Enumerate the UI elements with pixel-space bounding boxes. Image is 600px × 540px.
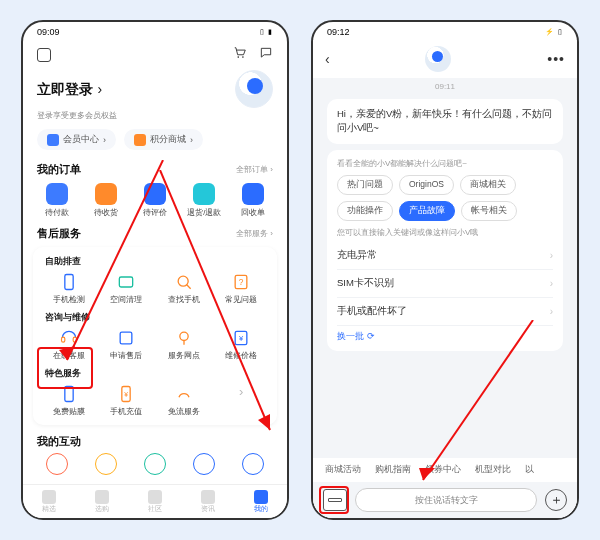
voice-input[interactable]: 按住说话转文字 <box>355 488 537 512</box>
chevron-right-icon: › <box>550 306 553 317</box>
status-bar: 09:09 ▯ ▮ <box>23 22 287 40</box>
phone-recharge[interactable]: ¥手机充值 <box>99 384 155 417</box>
diamond-icon <box>47 134 59 146</box>
apply-aftersale[interactable]: 申请售后 <box>99 328 155 361</box>
space-clean[interactable]: 空间清理 <box>99 272 155 305</box>
points-mall-pill[interactable]: 积分商城 › <box>124 129 203 150</box>
quick-tabs: 商城活动 购机指南 领券中心 机型对比 以 <box>313 458 577 482</box>
svg-text:?: ? <box>239 277 244 287</box>
status-time: 09:12 <box>327 27 350 37</box>
order-pending-pay[interactable]: 待付款 <box>33 183 80 218</box>
chevron-right-icon: › <box>550 278 553 289</box>
people-icon <box>148 490 162 504</box>
login-title: 立即登录 <box>37 81 93 97</box>
bot-avatar[interactable] <box>425 46 451 72</box>
news-icon <box>201 490 215 504</box>
find-phone[interactable]: 查找手机 <box>156 272 212 305</box>
tab-mall-activity[interactable]: 商城活动 <box>325 464 361 476</box>
nav-mine[interactable]: 我的 <box>254 490 268 514</box>
interact-1[interactable] <box>46 453 68 475</box>
tab-compare[interactable]: 机型对比 <box>475 464 511 476</box>
chip-row: 热门问题 OriginOS 商城相关 功能操作 产品故障 帐号相关 <box>337 175 553 221</box>
refresh-batch[interactable]: 换一批⟳ <box>337 330 553 343</box>
free-film[interactable]: 免费贴膜 <box>41 384 97 417</box>
chevron-right-icon: › <box>239 384 243 399</box>
nav-shop[interactable]: 选购 <box>95 490 109 514</box>
chip-hot[interactable]: 热门问题 <box>337 175 393 195</box>
capability-panel: 看看全能的小V都能解决什么问题吧~ 热门问题 OriginOS 商城相关 功能操… <box>327 150 563 351</box>
svg-point-0 <box>237 56 239 58</box>
service-points[interactable]: 服务网点 <box>156 328 212 361</box>
aftersale-card: 自助排查 手机检测 空间清理 查找手机 ?常见问题 咨询与维修 在线客服 申请售… <box>33 247 277 425</box>
tab-more[interactable]: 以 <box>525 464 534 476</box>
repair-price[interactable]: ¥维修价格 <box>214 328 270 361</box>
member-center-pill[interactable]: 会员中心 › <box>37 129 116 150</box>
aftersale-more[interactable]: 全部服务 › <box>236 228 273 239</box>
faq-sim[interactable]: SIM卡不识别› <box>337 270 553 298</box>
svg-rect-3 <box>120 277 133 287</box>
tab-buy-guide[interactable]: 购机指南 <box>375 464 411 476</box>
chat-bubble-icon[interactable] <box>259 46 273 64</box>
chip-originos[interactable]: OriginOS <box>399 175 454 195</box>
keyboard-icon <box>328 498 342 502</box>
avatar[interactable] <box>235 70 273 108</box>
free-data[interactable]: 免流服务 <box>156 384 212 417</box>
coin-icon <box>134 134 146 146</box>
chevron-right-icon: › <box>97 81 102 97</box>
aftersale-title: 售后服务 <box>37 226 81 241</box>
interact-2[interactable] <box>95 453 117 475</box>
interact-3[interactable] <box>144 453 166 475</box>
consult-title: 咨询与维修 <box>37 309 273 328</box>
nav-news[interactable]: 资讯 <box>201 490 215 514</box>
person-icon <box>254 490 268 504</box>
recycle-icon <box>242 183 264 205</box>
order-pending-review[interactable]: 待评价 <box>131 183 178 218</box>
interact-5[interactable] <box>242 453 264 475</box>
nav-featured[interactable]: 精选 <box>42 490 56 514</box>
feature-more[interactable]: › <box>214 384 270 417</box>
chip-mall[interactable]: 商城相关 <box>460 175 516 195</box>
chip-account[interactable]: 帐号相关 <box>461 201 517 221</box>
left-phone: 09:09 ▯ ▮ 立即登录 › 登录享受更多会员权益 <box>21 20 289 520</box>
login-button[interactable]: 立即登录 › <box>37 80 102 99</box>
member-label: 会员中心 <box>63 133 99 146</box>
online-service[interactable]: 在线客服 <box>41 328 97 361</box>
order-pending-receive[interactable]: 待收货 <box>82 183 129 218</box>
more-button[interactable]: ••• <box>547 51 565 67</box>
comment-icon <box>144 183 166 205</box>
back-button[interactable]: ‹ <box>325 51 330 67</box>
interact-row <box>23 449 287 475</box>
panel-hint: 看看全能的小V都能解决什么问题吧~ <box>337 158 553 169</box>
status-time: 09:09 <box>37 27 60 37</box>
order-return[interactable]: 退货/退款 <box>181 183 228 218</box>
plus-button[interactable]: ＋ <box>545 489 567 511</box>
phone-check[interactable]: 手机检测 <box>41 272 97 305</box>
orders-more[interactable]: 全部订单 › <box>236 164 273 175</box>
orders-grid: 待付款 待收货 待评价 退货/退款 回收单 <box>23 179 287 222</box>
tab-coupon[interactable]: 领券中心 <box>425 464 461 476</box>
cart-icon[interactable] <box>233 46 247 64</box>
interact-4[interactable] <box>193 453 215 475</box>
status-bar: 09:12 ⚡ ▯ <box>313 22 577 40</box>
svg-line-5 <box>186 285 190 289</box>
chevron-right-icon: › <box>550 250 553 261</box>
feature-title: 特色服务 <box>37 365 273 384</box>
nav-community[interactable]: 社区 <box>148 490 162 514</box>
status-icons: ▯ ▮ <box>260 28 273 36</box>
faq-broken[interactable]: 手机或配件坏了› <box>337 298 553 326</box>
keyboard-toggle[interactable] <box>323 489 347 511</box>
right-phone: 09:12 ⚡ ▯ ‹ ••• 09:11 Hi，亲爱的V粉，新年快乐！有什么问… <box>311 20 579 520</box>
faq[interactable]: ?常见问题 <box>214 272 270 305</box>
order-recycle[interactable]: 回收单 <box>230 183 277 218</box>
chip-feature[interactable]: 功能操作 <box>337 201 393 221</box>
svg-text:¥: ¥ <box>124 391 128 398</box>
faq-charging[interactable]: 充电异常› <box>337 242 553 270</box>
settings-hex-icon[interactable] <box>37 48 51 62</box>
chip-fault[interactable]: 产品故障 <box>399 201 455 221</box>
list-hint: 您可以直接输入关键词或像这样问小V哦 <box>337 227 553 238</box>
self-check-title: 自助排查 <box>37 253 273 272</box>
chevron-right-icon: › <box>190 135 193 145</box>
box-icon <box>95 183 117 205</box>
svg-rect-10 <box>120 332 132 344</box>
refresh-icon: ⟳ <box>367 331 375 341</box>
